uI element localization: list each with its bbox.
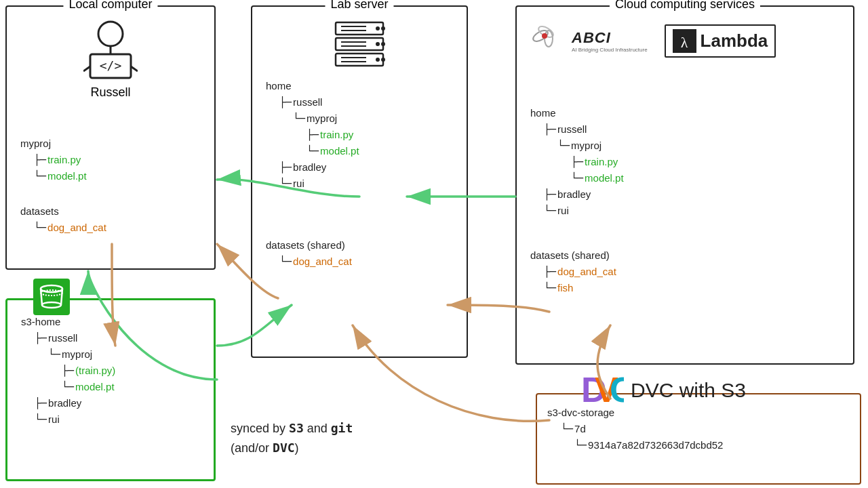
lab-server-panel: Lab server [251,5,468,358]
lab-russell: russell [293,94,322,110]
s3-train-py: (train.py) [75,363,115,379]
cloud-home-root: home [530,105,556,121]
cloud-datasets-tree: datasets (shared) ├─ dog_and_cat └─ fish [530,247,616,296]
lab-home-root: home [266,78,292,94]
synced-line1: synced by S3 and git [231,419,353,439]
dvc-hash: 9314a7a82d732663d7dcbd52 [588,437,723,453]
local-datasets-tree: datasets └─ dog_and_cat [20,203,106,236]
s3-bucket-icon [33,279,70,315]
local-datasets-root: datasets [20,203,59,220]
local-dog-and-cat: dog_and_cat [47,220,106,236]
cloud-myproj: myproj [571,138,601,154]
dvc-storage-tree: s3-dvc-storage └─ 7d └─ 9314a7a82d732663… [547,405,723,453]
lab-datasets-root: datasets (shared) [266,237,345,253]
svg-point-16 [376,42,380,46]
s3-bradley: bradley [48,395,81,411]
lab-model-pt: model.pt [320,143,359,159]
s3-rui: rui [48,411,60,428]
main-container: Local computer </> Russell myproj [0,0,868,488]
svg-point-19 [381,58,385,62]
lab-home-tree: home ├─ russell └─ myproj ├─ train.py [266,78,359,192]
s3-myproj: myproj [62,346,92,363]
svg-point-18 [376,58,380,62]
svg-point-14 [376,26,380,30]
server-icon [329,19,390,73]
local-model-pt: model.pt [47,168,87,184]
lab-bradley: bradley [293,159,326,176]
lab-datasets-tree: datasets (shared) └─ dog_and_cat [266,237,352,270]
cloud-home-tree: home ├─ russell └─ myproj ├─ train.py [530,105,624,219]
dvc-label: D V C DVC with S3 [580,371,746,409]
s3-home-panel: s3-home ├─ russell └─ myproj ├─ (train.p… [5,298,216,481]
svg-point-15 [381,26,385,30]
dvc-with-s3-text: DVC with S3 [631,379,746,402]
dvc-7d: 7d [574,421,586,437]
svg-point-6 [41,285,62,292]
cloud-panel: Cloud computing services ABCI AI Bridgin… [515,5,854,365]
svg-point-28 [545,30,553,47]
svg-text:λ: λ [680,34,688,51]
abci-logo: ABCI AI Bridging Cloud Infrastructure [527,24,648,58]
cloud-datasets-root: datasets (shared) [530,247,610,264]
s3-home-root: s3-home [21,314,60,330]
svg-text:</>: </> [100,58,122,73]
cloud-logos: ABCI AI Bridging Cloud Infrastructure λ … [527,24,776,58]
local-train-py: train.py [47,152,81,168]
lambda-logo: λ Lambda [665,24,776,58]
cloud-bradley: bradley [557,186,591,203]
cloud-fish: fish [557,280,573,296]
lab-dog-and-cat: dog_and_cat [293,253,352,270]
local-myproj-tree: myproj ├─ train.py └─ model.pt [20,136,87,184]
svg-point-29 [542,33,547,39]
local-computer-panel: Local computer </> Russell myproj [5,5,216,270]
local-panel-title: Local computer [63,0,157,12]
synced-line2: (and/or DVC) [231,439,353,458]
cloud-model-pt: model.pt [585,170,624,186]
svg-point-17 [381,42,385,46]
lab-train-py: train.py [320,127,353,143]
s3-home-tree: s3-home ├─ russell └─ myproj ├─ (train.p… [21,314,115,428]
svg-point-9 [42,302,61,308]
cloud-panel-title: Cloud computing services [610,0,760,12]
cloud-rui: rui [557,203,569,219]
lab-myproj: myproj [307,110,337,127]
local-myproj-root: myproj [20,136,51,152]
person-icon: </> Russell [83,20,138,100]
cloud-dog-and-cat: dog_and_cat [557,264,616,280]
cloud-russell: russell [557,121,587,138]
person-name: Russell [83,85,138,100]
lab-panel-title: Lab server [325,0,393,12]
svg-point-0 [98,22,123,46]
svg-text:C: C [610,371,624,409]
s3-model-pt: model.pt [75,379,115,395]
s3-russell: russell [48,330,77,346]
cloud-train-py: train.py [585,154,618,170]
synced-text: synced by S3 and git (and/or DVC) [231,419,353,458]
lab-rui: rui [293,176,304,192]
